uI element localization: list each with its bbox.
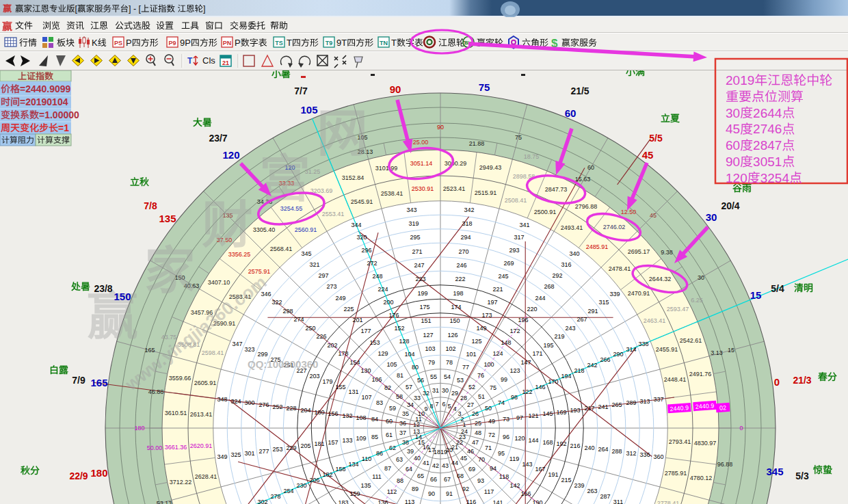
- svg-text:321: 321: [309, 261, 319, 268]
- svg-text:97: 97: [516, 414, 523, 421]
- svg-text:167: 167: [535, 466, 545, 473]
- svg-text:93: 93: [477, 477, 484, 484]
- svg-text:192: 192: [556, 440, 566, 447]
- svg-text:PS: PS: [114, 40, 122, 47]
- svg-text:293: 293: [509, 247, 519, 254]
- svg-text:3: 3: [458, 410, 461, 417]
- svg-text:20/4: 20/4: [721, 200, 739, 211]
- svg-text:3152.84: 3152.84: [342, 174, 365, 181]
- svg-text:95: 95: [498, 450, 505, 457]
- svg-text:202: 202: [327, 342, 337, 349]
- svg-text:165: 165: [90, 377, 107, 388]
- svg-text:T: T: [287, 38, 292, 48]
- svg-text:273: 273: [326, 283, 336, 290]
- svg-text:7/7: 7/7: [294, 85, 308, 96]
- svg-text:TN: TN: [380, 40, 388, 47]
- svg-text:81: 81: [397, 372, 403, 379]
- svg-text:265: 265: [611, 401, 622, 408]
- svg-text:90: 90: [428, 490, 435, 497]
- svg-text:31: 31: [432, 387, 439, 394]
- svg-text:26: 26: [472, 410, 479, 417]
- svg-text:39: 39: [407, 448, 414, 455]
- svg-text:276: 276: [259, 401, 269, 408]
- svg-text:146: 146: [535, 384, 545, 390]
- svg-text:85: 85: [371, 434, 378, 440]
- svg-text:344: 344: [351, 222, 361, 228]
- svg-text:30: 30: [442, 387, 449, 394]
- svg-text:191: 191: [548, 471, 558, 478]
- svg-text:112: 112: [387, 488, 397, 495]
- svg-text:96: 96: [503, 434, 509, 440]
- svg-text:2605.91: 2605.91: [194, 380, 217, 386]
- svg-text:84: 84: [371, 416, 378, 423]
- svg-text:3356.25: 3356.25: [228, 251, 251, 258]
- svg-text:QQ:100800360: QQ:100800360: [248, 358, 318, 370]
- svg-text:248: 248: [372, 273, 382, 280]
- svg-text:34: 34: [407, 401, 414, 408]
- svg-text:2847.73: 2847.73: [545, 186, 568, 193]
- svg-text:317: 317: [514, 234, 524, 241]
- svg-text:311: 311: [613, 499, 623, 504]
- svg-text:2796.88: 2796.88: [575, 203, 598, 210]
- svg-text:287: 287: [600, 493, 610, 500]
- svg-text:02: 02: [719, 404, 727, 412]
- svg-text:37: 37: [399, 429, 406, 436]
- svg-text:9P: 9P: [180, 38, 191, 48]
- svg-text:90: 90: [390, 83, 401, 95]
- svg-text:190: 190: [532, 499, 542, 504]
- svg-text:123: 123: [509, 367, 520, 374]
- svg-text:2455.91: 2455.91: [656, 346, 678, 353]
- svg-text:23/8: 23/8: [94, 283, 112, 294]
- svg-text:2542.61: 2542.61: [680, 337, 702, 344]
- svg-text:2485.91: 2485.91: [586, 243, 609, 250]
- svg-text:127: 127: [423, 332, 433, 339]
- svg-text:80: 80: [412, 364, 419, 371]
- svg-text:90: 90: [726, 155, 740, 169]
- svg-text:55: 55: [430, 373, 437, 380]
- svg-text:253: 253: [272, 446, 282, 453]
- svg-text:266: 266: [600, 356, 610, 363]
- svg-text:88: 88: [397, 477, 403, 484]
- svg-text:126: 126: [447, 332, 458, 339]
- svg-text:183: 183: [338, 499, 348, 504]
- svg-text:242: 242: [587, 362, 597, 369]
- svg-text:220: 220: [527, 306, 537, 313]
- svg-text:263: 263: [587, 488, 597, 494]
- svg-text:50.00: 50.00: [147, 445, 163, 451]
- svg-text:60: 60: [587, 164, 594, 171]
- svg-text:98: 98: [511, 394, 518, 401]
- svg-text:217: 217: [584, 405, 594, 412]
- svg-text:21: 21: [222, 59, 229, 66]
- svg-text:58: 58: [396, 393, 403, 400]
- svg-text:74: 74: [498, 399, 505, 406]
- svg-text:291: 291: [587, 308, 598, 315]
- svg-text:159: 159: [349, 490, 360, 497]
- svg-text:2949.43: 2949.43: [479, 164, 502, 171]
- svg-text:336: 336: [639, 451, 650, 458]
- svg-text:228: 228: [286, 405, 296, 412]
- svg-text:3254.55: 3254.55: [280, 205, 303, 212]
- svg-text:223: 223: [415, 276, 425, 282]
- svg-text:P9: P9: [168, 40, 176, 47]
- svg-text:9: 9: [424, 406, 427, 412]
- svg-text:43: 43: [442, 462, 449, 469]
- svg-text:205: 205: [300, 442, 310, 449]
- svg-text:226: 226: [316, 333, 326, 340]
- svg-text:142: 142: [509, 482, 520, 489]
- svg-text:2746.02: 2746.02: [603, 224, 626, 230]
- svg-text:166: 166: [520, 490, 531, 497]
- svg-text:42: 42: [432, 462, 439, 469]
- svg-text:40: 40: [414, 455, 421, 462]
- svg-text:148: 148: [501, 339, 511, 346]
- svg-text:150: 150: [449, 317, 460, 324]
- svg-text:341: 341: [519, 222, 529, 228]
- svg-text:2508.41: 2508.41: [505, 197, 527, 204]
- svg-text:135: 135: [159, 213, 176, 224]
- svg-text:104: 104: [404, 351, 414, 358]
- svg-text:301: 301: [244, 450, 254, 457]
- svg-text:124: 124: [492, 350, 503, 357]
- svg-text:2847: 2847: [753, 138, 782, 152]
- svg-text:65: 65: [417, 473, 424, 479]
- svg-text:2530.91: 2530.91: [412, 185, 434, 192]
- svg-text:297: 297: [318, 272, 328, 279]
